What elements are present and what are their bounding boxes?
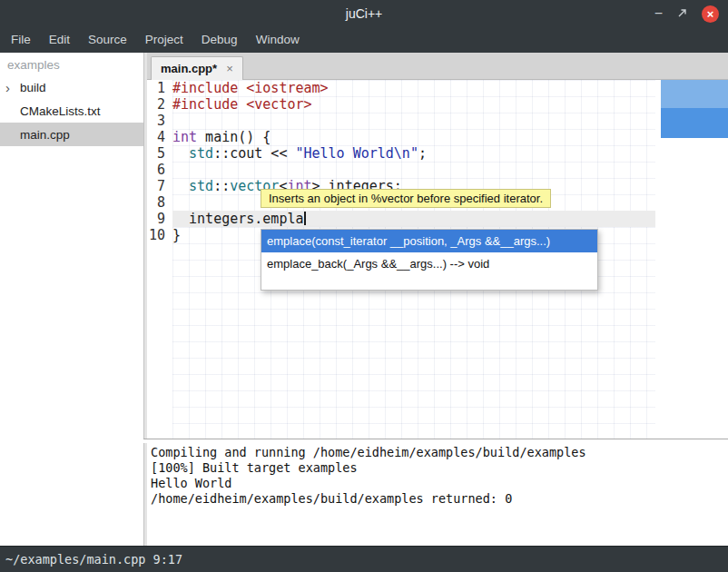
output-line: Hello World bbox=[151, 476, 728, 491]
code-segment: "Hello World\n" bbox=[295, 145, 418, 162]
titlebar: juCi++ − × bbox=[0, 0, 728, 27]
statusbar: ~/examples/main.cpp 9:17 bbox=[0, 546, 728, 572]
menu-project[interactable]: Project bbox=[136, 27, 192, 53]
sidebar-header: examples bbox=[0, 53, 143, 75]
code-segment: #include <vector> bbox=[172, 96, 312, 113]
window-title: juCi++ bbox=[346, 6, 382, 21]
app-window: juCi++ − × FileEditSourceProjectDebugWin… bbox=[0, 0, 728, 572]
code-line: 9 integers.empla bbox=[147, 211, 728, 227]
code-lines: 1#include <iostream>2#include <vector>34… bbox=[147, 80, 728, 243]
tree-item-main.cpp[interactable]: main.cpp bbox=[0, 123, 143, 146]
menu-file[interactable]: File bbox=[2, 27, 40, 53]
line-number: 5 bbox=[147, 145, 172, 162]
code-segment bbox=[172, 145, 189, 162]
menu-source[interactable]: Source bbox=[79, 27, 136, 53]
minimap-region-2 bbox=[661, 108, 728, 138]
code-segment: std bbox=[189, 178, 213, 194]
completion-item[interactable]: emplace_back(_Args &&__args...) --> void bbox=[261, 252, 597, 275]
tree-item-label: CMakeLists.txt bbox=[20, 104, 101, 118]
code-line-text[interactable]: #include <vector> bbox=[172, 96, 655, 113]
code-line-text[interactable]: #include <iostream> bbox=[172, 80, 655, 96]
code-segment: #include <iostream> bbox=[172, 80, 329, 96]
code-line: 5 std::cout << "Hello World\n"; bbox=[147, 145, 728, 162]
menu-window[interactable]: Window bbox=[247, 27, 309, 53]
completion-popup: emplace(const_iterator __position, _Args… bbox=[261, 229, 598, 291]
close-button[interactable]: × bbox=[702, 5, 719, 23]
code-line-text[interactable]: std::cout << "Hello World\n"; bbox=[172, 145, 655, 162]
code-line-text[interactable] bbox=[172, 113, 655, 129]
minimap-region-1 bbox=[661, 80, 728, 108]
file-tree: ›buildCMakeLists.txtmain.cpp bbox=[0, 75, 143, 146]
code-segment: int bbox=[172, 129, 197, 145]
code-segment: } bbox=[172, 227, 181, 243]
output-line: /home/eidheim/examples/build/examples re… bbox=[151, 491, 728, 507]
code-segment: std bbox=[189, 145, 213, 162]
code-line: 6 bbox=[147, 162, 728, 178]
code-line: 4int main() { bbox=[147, 129, 728, 145]
tree-item-build[interactable]: ›build bbox=[0, 75, 143, 99]
menu-debug[interactable]: Debug bbox=[192, 27, 247, 53]
line-number: 6 bbox=[147, 162, 172, 178]
output-panel: Compiling and running /home/eidheim/exam… bbox=[147, 443, 728, 546]
maximize-button[interactable] bbox=[677, 5, 687, 22]
tab-main-cpp[interactable]: main.cpp* × bbox=[151, 56, 243, 80]
code-line: 3 bbox=[147, 113, 728, 129]
output-line: Compiling and running /home/eidheim/exam… bbox=[151, 445, 728, 460]
text-cursor bbox=[304, 212, 306, 225]
code-editor[interactable]: 1#include <iostream>2#include <vector>34… bbox=[147, 80, 728, 439]
line-number: 4 bbox=[147, 129, 172, 145]
code-segment: main() { bbox=[197, 129, 271, 145]
completion-item[interactable]: emplace(const_iterator __position, _Args… bbox=[261, 230, 597, 252]
code-segment bbox=[172, 178, 189, 194]
minimap[interactable] bbox=[661, 80, 728, 138]
file-sidebar: examples ›buildCMakeLists.txtmain.cpp bbox=[0, 53, 143, 546]
chevron-right-icon: › bbox=[5, 81, 20, 94]
code-segment: ; bbox=[418, 145, 427, 162]
maximize-icon bbox=[677, 8, 687, 18]
line-number: 1 bbox=[147, 80, 172, 96]
menu-edit[interactable]: Edit bbox=[40, 27, 79, 53]
line-number: 3 bbox=[147, 113, 172, 129]
code-segment: integers.empla bbox=[172, 211, 304, 227]
minimize-button[interactable]: − bbox=[654, 0, 663, 27]
line-number: 8 bbox=[147, 194, 172, 211]
tab-close-icon[interactable]: × bbox=[226, 62, 233, 75]
tree-item-label: build bbox=[20, 81, 46, 94]
code-line-text[interactable] bbox=[172, 162, 655, 178]
tree-item-label: main.cpp bbox=[20, 128, 70, 142]
output-line: [100%] Built target examples bbox=[151, 460, 728, 476]
menubar: FileEditSourceProjectDebugWindow bbox=[0, 27, 728, 53]
line-number: 2 bbox=[147, 96, 172, 113]
code-line-text[interactable]: integers.empla bbox=[172, 211, 655, 227]
code-line: 2#include <vector> bbox=[147, 96, 728, 113]
statusbar-text: ~/examples/main.cpp 9:17 bbox=[5, 552, 182, 567]
code-line: 1#include <iostream> bbox=[147, 80, 728, 96]
code-line-text[interactable]: int main() { bbox=[172, 129, 655, 145]
line-number: 7 bbox=[147, 178, 172, 194]
completion-doc-tooltip: Inserts an object in %vector before spec… bbox=[261, 189, 551, 208]
window-controls: − × bbox=[654, 0, 719, 27]
code-segment: :: bbox=[213, 178, 230, 194]
line-number: 9 bbox=[147, 211, 172, 227]
code-segment: ::cout << bbox=[213, 145, 295, 162]
tabbar: main.cpp* × bbox=[147, 53, 728, 80]
tree-item-cmakelists.txt[interactable]: CMakeLists.txt bbox=[0, 99, 143, 123]
line-number: 10 bbox=[147, 227, 172, 243]
tab-label: main.cpp* bbox=[161, 62, 217, 75]
